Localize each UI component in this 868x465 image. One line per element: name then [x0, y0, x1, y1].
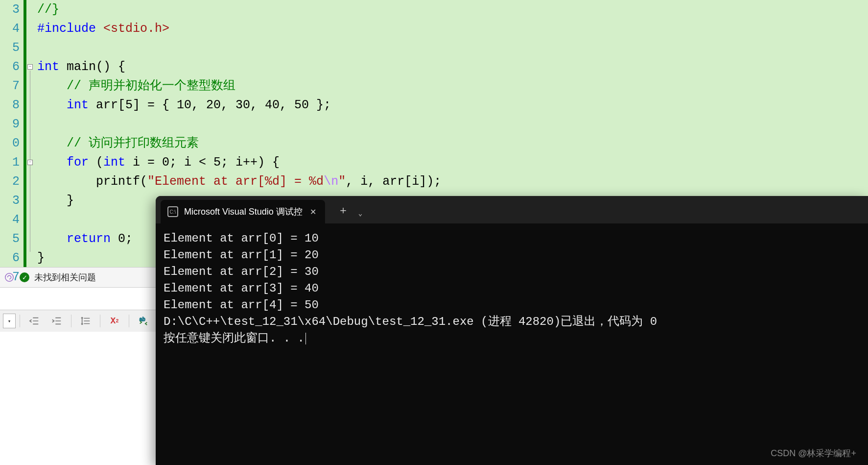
terminal-line: Element at arr[2] = 30	[164, 264, 860, 280]
increase-indent-button[interactable]	[47, 313, 67, 329]
fold-toggle-icon[interactable]: −	[27, 160, 33, 165]
terminal-tab-bar: C:\ Microsoft Visual Studio 调试控 ✕ ＋ ⌄	[156, 196, 868, 223]
code-line[interactable]: for (int i = 0; i < 5; i++) {	[37, 153, 868, 172]
line-number-gutter: 345678901234567	[0, 0, 23, 267]
watermark-text: CSDN @林采学编程+	[771, 447, 856, 459]
terminal-cursor	[305, 333, 306, 344]
code-line[interactable]	[37, 115, 868, 134]
line-number: 4	[0, 19, 20, 38]
line-number: 3	[0, 191, 20, 210]
style-dropdown[interactable]: ▾	[3, 314, 16, 328]
code-line[interactable]: //}	[37, 0, 868, 19]
strikethrough-button[interactable]: X2	[104, 313, 125, 329]
code-line[interactable]: int arr[5] = { 10, 20, 30, 40, 50 };	[37, 96, 868, 115]
line-number: 3	[0, 0, 20, 19]
check-circle-icon: ✓	[20, 272, 29, 282]
console-icon: C:\	[167, 206, 178, 217]
code-line[interactable]	[37, 38, 868, 57]
terminal-line: 按任意键关闭此窗口. . .	[164, 330, 860, 347]
line-spacing-button[interactable]	[75, 313, 96, 329]
line-number: 9	[0, 115, 20, 134]
line-number: 5	[0, 38, 20, 57]
line-number: 2	[0, 172, 20, 191]
code-line[interactable]: // 访问并打印数组元素	[37, 134, 868, 153]
terminal-line: Element at arr[1] = 20	[164, 247, 860, 264]
tab-dropdown-button[interactable]: ⌄	[358, 209, 362, 223]
fold-toggle-icon[interactable]: −	[27, 64, 33, 70]
line-number: 4	[0, 210, 20, 229]
code-line[interactable]: int main() {	[37, 57, 868, 76]
terminal-output[interactable]: Element at arr[0] = 10Element at arr[1] …	[156, 223, 868, 354]
terminal-window[interactable]: C:\ Microsoft Visual Studio 调试控 ✕ ＋ ⌄ El…	[156, 196, 868, 465]
terminal-line: Element at arr[0] = 10	[164, 230, 860, 247]
line-number: 0	[0, 134, 20, 153]
terminal-line: Element at arr[3] = 40	[164, 280, 860, 297]
terminal-line: D:\C\C++\test_12_31\x64\Debug\test_12_31…	[164, 314, 860, 330]
line-number: 7	[0, 76, 20, 96]
line-number: 7	[0, 268, 20, 287]
close-icon[interactable]: ✕	[308, 207, 318, 217]
terminal-tab-title: Microsoft Visual Studio 调试控	[184, 206, 303, 218]
fold-column[interactable]: − −	[26, 0, 35, 267]
line-number: 8	[0, 96, 20, 115]
decrease-indent-button[interactable]	[24, 313, 45, 329]
code-line[interactable]: printf("Element at arr[%d] = %d\n", i, a…	[37, 172, 868, 191]
line-number: 6	[0, 57, 20, 76]
code-line[interactable]: // 声明并初始化一个整型数组	[37, 76, 868, 96]
new-tab-button[interactable]: ＋	[325, 203, 358, 223]
line-number: 6	[0, 248, 20, 268]
line-number: 5	[0, 229, 20, 248]
terminal-line: Element at arr[4] = 50	[164, 297, 860, 314]
terminal-tab[interactable]: C:\ Microsoft Visual Studio 调试控 ✕	[161, 200, 325, 223]
replace-button[interactable]: ab	[133, 313, 154, 329]
line-number: 1	[0, 153, 20, 172]
code-line[interactable]: #include <stdio.h>	[37, 19, 868, 38]
